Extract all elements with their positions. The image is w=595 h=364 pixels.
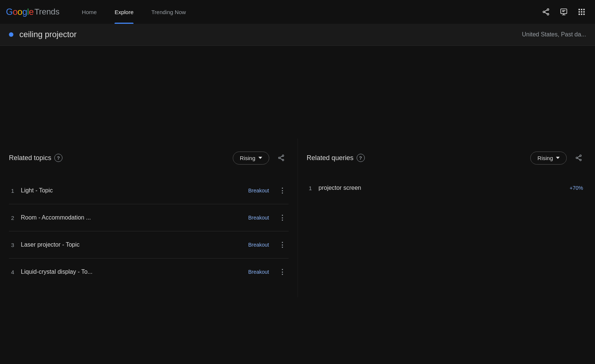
svg-line-3 [545,10,547,12]
more-options-button[interactable]: ⋮ [277,239,289,251]
related-queries-share[interactable] [571,150,586,165]
svg-rect-10 [579,9,580,10]
item-number: 1 [9,188,16,194]
related-topics-header: Related topics ? Rising [9,150,289,165]
related-topics-list: 1 Light - Topic Breakout ⋮ 2 Room - Acco… [9,177,289,285]
related-topics-section: Related topics ? Rising 1 Light - Topic [0,139,298,297]
svg-point-26 [580,159,581,161]
item-badge: Breakout [248,242,269,248]
svg-rect-18 [583,14,585,15]
related-topics-share[interactable] [274,150,289,165]
svg-line-23 [280,158,282,160]
nav-home[interactable]: Home [74,0,104,24]
item-number: 4 [9,269,16,275]
svg-rect-11 [581,9,582,10]
svg-rect-16 [579,14,580,15]
related-queries-filter-label: Rising [537,155,553,161]
query-list-item[interactable]: 1 projector screen +70% [307,177,586,199]
item-label: Laser projector - Topic [21,241,244,248]
share-button[interactable] [538,4,553,19]
svg-point-24 [580,155,581,156]
apps-button[interactable] [574,4,589,19]
main-nav: Home Explore Trending Now [74,0,193,24]
svg-rect-12 [583,9,585,10]
svg-rect-5 [561,9,567,14]
item-label: projector screen [319,185,565,191]
related-queries-header: Related queries ? Rising [307,150,586,165]
more-options-button[interactable]: ⋮ [277,185,289,196]
svg-line-27 [578,156,580,157]
related-queries-help[interactable]: ? [357,154,365,162]
svg-point-25 [576,157,578,159]
main-content: Related topics ? Rising 1 Light - Topic [0,139,595,297]
search-term: ceiling projector [19,30,516,39]
related-topics-filter[interactable]: Rising [233,152,269,165]
feedback-icon [560,8,568,16]
svg-rect-17 [581,14,582,15]
header-icons [538,4,589,19]
chevron-down-icon [556,157,560,159]
share-icon [277,154,285,162]
search-meta: United States, Past da... [522,31,586,38]
svg-line-22 [280,156,282,157]
item-badge: +70% [570,185,583,191]
item-label: Light - Topic [21,187,244,194]
item-label: Liquid-crystal display - To... [21,269,244,275]
google-trends-logo: Google Trends [6,7,60,17]
svg-line-4 [545,12,547,14]
item-badge: Breakout [248,188,269,194]
item-number: 3 [9,242,16,248]
svg-rect-15 [583,11,585,13]
topic-list-item[interactable]: 1 Light - Topic Breakout ⋮ [9,177,289,204]
feedback-button[interactable] [556,4,571,19]
search-bar: ceiling projector United States, Past da… [0,24,595,46]
topic-list-item[interactable]: 2 Room - Accommodation ... Breakout ⋮ [9,204,289,231]
related-topics-title: Related topics [9,154,51,162]
chart-area [0,46,595,139]
related-topics-filter-label: Rising [240,155,255,161]
svg-point-21 [282,159,283,161]
related-queries-list: 1 projector screen +70% [307,177,586,199]
more-options-button[interactable]: ⋮ [277,212,289,224]
related-queries-title: Related queries [307,154,354,162]
share-icon [575,154,582,162]
google-wordmark: Google [6,7,33,17]
svg-point-20 [278,157,280,159]
svg-point-19 [282,155,283,156]
nav-trending-now[interactable]: Trending Now [144,0,193,24]
related-queries-filter[interactable]: Rising [530,152,567,165]
item-badge: Breakout [248,269,269,275]
related-queries-section: Related queries ? Rising 1 projector scr… [298,139,595,297]
svg-line-28 [578,158,580,160]
related-topics-help[interactable]: ? [54,154,62,162]
item-label: Room - Accommodation ... [21,214,244,221]
item-badge: Breakout [248,215,269,221]
header: Google Trends Home Explore Trending Now [0,0,595,24]
apps-icon [578,8,586,16]
item-number: 2 [9,215,16,221]
share-icon [542,8,550,16]
topic-list-item[interactable]: 3 Laser projector - Topic Breakout ⋮ [9,231,289,259]
nav-explore[interactable]: Explore [107,0,141,24]
topic-list-item[interactable]: 4 Liquid-crystal display - To... Breakou… [9,259,289,285]
svg-rect-13 [579,11,580,13]
chevron-down-icon [258,157,262,159]
search-dot-indicator [9,32,13,37]
svg-rect-14 [581,11,582,13]
trends-wordmark: Trends [34,7,60,17]
item-number: 1 [307,185,314,191]
more-options-button[interactable]: ⋮ [277,266,289,278]
